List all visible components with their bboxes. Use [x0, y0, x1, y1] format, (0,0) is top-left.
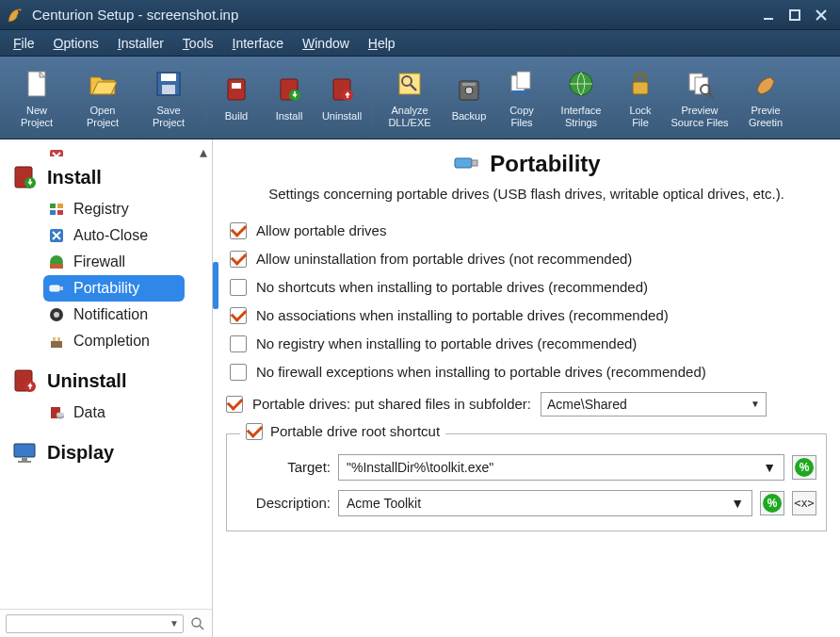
description-combo[interactable]: Acme Toolkit ▼: [338, 490, 752, 516]
toolbar-preview-source[interactable]: Preview Source Files: [667, 60, 733, 136]
toolbar-label: Previe Greetin: [749, 105, 783, 127]
display-icon: [9, 437, 40, 467]
backup-icon: [452, 73, 486, 106]
option-no-firewall: No firewall exceptions when installing t…: [230, 358, 827, 386]
description-code-button[interactable]: <x>: [792, 491, 816, 515]
content-scrollbar[interactable]: [213, 262, 218, 450]
sidebar: InstallRegistryAuto-CloseFirewallPortabi…: [0, 139, 213, 637]
option-no-shortcuts: No shortcuts when installing to portable…: [230, 273, 827, 302]
toolbar-build[interactable]: Build: [210, 60, 263, 136]
tree-item-data[interactable]: Data: [43, 400, 185, 426]
tree-item-notification[interactable]: Notification: [43, 302, 185, 328]
checkbox-no-associations[interactable]: [230, 307, 247, 324]
maximize-button[interactable]: [782, 4, 808, 26]
open-project-icon: [86, 67, 120, 101]
sidebar-filter-combo[interactable]: ▼: [6, 614, 184, 633]
tree-item-label: Data: [73, 404, 105, 421]
toolbar-label: Preview Source Files: [670, 105, 728, 127]
menu-options[interactable]: Options: [44, 32, 108, 55]
tree-item-label: Auto-Close: [73, 227, 148, 244]
toolbar-new-project[interactable]: New Project: [4, 60, 70, 136]
menu-interface[interactable]: Interface: [223, 32, 293, 55]
root-shortcut-checkbox[interactable]: [246, 423, 263, 440]
svg-rect-34: [50, 204, 56, 208]
svg-rect-24: [511, 90, 530, 94]
toolbar-label: Build: [225, 110, 248, 122]
option-label: No firewall exceptions when installing t…: [256, 364, 706, 380]
root-shortcut-group: Portable drive root shortcut Target: "%I…: [226, 433, 827, 531]
tree-item-registry[interactable]: Registry: [43, 196, 185, 222]
toolbar-interface-strings[interactable]: Interface Strings: [548, 60, 614, 136]
svg-point-52: [57, 413, 64, 417]
code-icon: <x>: [794, 497, 815, 510]
checkbox-no-shortcuts[interactable]: [230, 279, 247, 296]
install-icon: [272, 73, 306, 106]
uninstall-icon: [325, 73, 359, 106]
tree-group-install[interactable]: Install: [6, 156, 212, 194]
tree-item-firewall[interactable]: Firewall: [43, 249, 185, 275]
scroll-up-icon[interactable]: ▴: [197, 145, 210, 158]
menu-window[interactable]: Window: [293, 32, 359, 55]
tree-group-display[interactable]: Display: [6, 432, 212, 469]
sidebar-scrollbar[interactable]: ▴: [197, 145, 210, 605]
target-combo[interactable]: "%InstallDir%\toolkit.exe" ▼: [338, 454, 784, 481]
shared-subfolder-checkbox[interactable]: [226, 396, 243, 413]
shared-subfolder-row: Portable drives: put shared files in sub…: [226, 386, 827, 422]
toolbar-analyze-dll-exe[interactable]: Analyze DLL/EXE: [377, 60, 443, 136]
toolbar-backup[interactable]: Backup: [443, 60, 495, 136]
toolbar-install[interactable]: Install: [263, 60, 315, 136]
content-panel: Portability Settings concerning portable…: [213, 139, 840, 637]
menu-help[interactable]: Help: [359, 32, 405, 55]
tree-item-clipped[interactable]: [43, 143, 185, 156]
sidebar-footer: ▼: [0, 609, 212, 637]
minimize-button[interactable]: [755, 4, 782, 26]
tree-item-completion[interactable]: Completion: [43, 328, 185, 354]
svg-rect-11: [232, 83, 241, 89]
tree-item-portability[interactable]: Portability: [43, 275, 185, 302]
menu-tools[interactable]: Tools: [173, 32, 223, 55]
search-icon[interactable]: [189, 615, 206, 632]
svg-line-30: [709, 93, 713, 97]
shared-subfolder-value: Acme\Shared: [547, 397, 627, 412]
menu-installer[interactable]: Installer: [108, 32, 173, 55]
description-value: Acme Toolkit: [347, 496, 421, 511]
toolbar-label: Open Project: [87, 105, 119, 127]
toolbar-save-project[interactable]: Save Project: [136, 60, 202, 136]
toolbar-label: Save Project: [153, 105, 185, 127]
toolbar-lock-file[interactable]: Lock File: [614, 60, 667, 136]
tree-group-uninstall[interactable]: Uninstall: [6, 360, 212, 398]
checkbox-allow-portable[interactable]: [230, 222, 247, 239]
tree-item-label: Notification: [73, 306, 148, 323]
tree-item-auto-close[interactable]: Auto-Close: [43, 222, 185, 249]
checkbox-no-firewall[interactable]: [230, 364, 247, 381]
toolbar-uninstall[interactable]: Uninstall: [315, 60, 368, 136]
completion-icon: [47, 332, 66, 351]
target-label: Target:: [236, 459, 331, 475]
copy-files-icon: [505, 67, 539, 101]
svg-point-56: [192, 618, 201, 627]
option-label: No registry when installing to portable …: [256, 335, 637, 351]
menubar: FileOptionsInstallerToolsInterfaceWindow…: [0, 30, 840, 57]
tree-group-label: Display: [47, 442, 114, 464]
svg-rect-8: [161, 74, 176, 81]
toolbar-label: Uninstall: [322, 110, 362, 122]
toolbar-copy-files[interactable]: Copy Files: [495, 60, 548, 136]
save-project-icon: [152, 67, 186, 101]
close-button[interactable]: [808, 4, 834, 26]
option-label: Allow portable drives: [256, 222, 386, 238]
svg-rect-47: [57, 337, 60, 341]
shared-subfolder-combo[interactable]: Acme\Shared ▼: [541, 392, 767, 416]
toolbar-open-project[interactable]: Open Project: [70, 60, 136, 136]
toolbar-preview-greeting[interactable]: Previe Greetin: [733, 60, 799, 136]
description-variable-button[interactable]: %: [760, 491, 784, 515]
checkbox-no-registry[interactable]: [230, 335, 247, 352]
checkbox-allow-uninstall-portable[interactable]: [230, 251, 247, 268]
notification-icon: [47, 305, 66, 324]
tree-group-label: Uninstall: [47, 370, 126, 392]
menu-file[interactable]: File: [4, 32, 44, 55]
svg-rect-23: [517, 72, 530, 89]
svg-rect-37: [57, 210, 63, 215]
options-list: Allow portable drivesAllow uninstallatio…: [230, 217, 827, 386]
target-variable-button[interactable]: %: [792, 455, 816, 480]
svg-rect-55: [18, 461, 31, 463]
